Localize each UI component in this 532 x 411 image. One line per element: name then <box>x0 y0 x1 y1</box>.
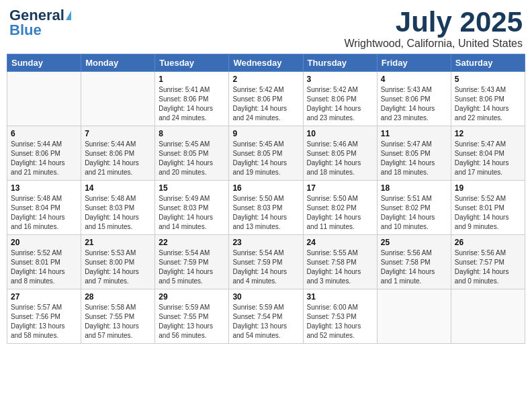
day-number: 29 <box>159 292 225 302</box>
week-row-2: 6Sunrise: 5:44 AMSunset: 8:06 PMDaylight… <box>7 126 525 181</box>
day-info: Sunrise: 5:56 AMSunset: 7:58 PMDaylight:… <box>381 248 447 286</box>
calendar-cell: 7Sunrise: 5:44 AMSunset: 8:06 PMDaylight… <box>81 126 155 181</box>
weekday-header-saturday: Saturday <box>451 54 525 72</box>
day-number: 6 <box>11 129 77 138</box>
day-info: Sunrise: 5:54 AMSunset: 7:59 PMDaylight:… <box>232 248 299 286</box>
logo-text-blue: Blue <box>9 21 42 39</box>
day-info: Sunrise: 5:52 AMSunset: 8:01 PMDaylight:… <box>455 194 521 232</box>
week-row-4: 20Sunrise: 5:52 AMSunset: 8:01 PMDayligh… <box>7 235 525 289</box>
day-number: 26 <box>455 238 521 247</box>
day-info: Sunrise: 5:50 AMSunset: 8:02 PMDaylight:… <box>307 194 373 232</box>
day-number: 5 <box>455 75 521 84</box>
calendar-cell <box>377 289 451 344</box>
calendar-cell: 23Sunrise: 5:54 AMSunset: 7:59 PMDayligh… <box>229 235 303 289</box>
title-block: July 2025 Wrightwood, California, United… <box>344 7 523 50</box>
day-number: 28 <box>85 292 151 302</box>
day-number: 16 <box>232 183 299 193</box>
calendar-cell: 2Sunrise: 5:42 AMSunset: 8:06 PMDaylight… <box>229 72 303 126</box>
day-info: Sunrise: 5:50 AMSunset: 8:03 PMDaylight:… <box>232 194 299 232</box>
day-number: 3 <box>307 75 373 84</box>
calendar-cell: 30Sunrise: 5:59 AMSunset: 7:54 PMDayligh… <box>229 289 303 344</box>
day-number: 13 <box>11 183 77 193</box>
calendar-cell: 10Sunrise: 5:46 AMSunset: 8:05 PMDayligh… <box>303 126 377 181</box>
day-info: Sunrise: 5:41 AMSunset: 8:06 PMDaylight:… <box>159 85 225 123</box>
logo-triangle-icon <box>66 11 71 20</box>
day-info: Sunrise: 5:53 AMSunset: 8:00 PMDaylight:… <box>85 248 151 286</box>
calendar-cell: 6Sunrise: 5:44 AMSunset: 8:06 PMDaylight… <box>7 126 81 181</box>
day-info: Sunrise: 5:43 AMSunset: 8:06 PMDaylight:… <box>381 85 447 123</box>
weekday-header-tuesday: Tuesday <box>155 54 229 72</box>
weekday-header-monday: Monday <box>81 54 155 72</box>
week-row-3: 13Sunrise: 5:48 AMSunset: 8:04 PMDayligh… <box>7 181 525 235</box>
calendar-cell: 14Sunrise: 5:48 AMSunset: 8:03 PMDayligh… <box>81 181 155 235</box>
logo: General Blue <box>9 7 71 39</box>
calendar-cell: 1Sunrise: 5:41 AMSunset: 8:06 PMDaylight… <box>155 72 229 126</box>
week-row-5: 27Sunrise: 5:57 AMSunset: 7:56 PMDayligh… <box>7 289 525 344</box>
day-number: 27 <box>11 292 77 302</box>
calendar-cell <box>7 72 81 126</box>
calendar-cell: 8Sunrise: 5:45 AMSunset: 8:05 PMDaylight… <box>155 126 229 181</box>
calendar-cell: 18Sunrise: 5:51 AMSunset: 8:02 PMDayligh… <box>377 181 451 235</box>
calendar-cell: 13Sunrise: 5:48 AMSunset: 8:04 PMDayligh… <box>7 181 81 235</box>
day-info: Sunrise: 5:48 AMSunset: 8:03 PMDaylight:… <box>85 194 151 232</box>
day-info: Sunrise: 5:44 AMSunset: 8:06 PMDaylight:… <box>85 140 151 177</box>
day-number: 23 <box>232 238 299 247</box>
calendar-cell: 25Sunrise: 5:56 AMSunset: 7:58 PMDayligh… <box>377 235 451 289</box>
day-info: Sunrise: 5:49 AMSunset: 8:03 PMDaylight:… <box>159 194 225 232</box>
day-info: Sunrise: 5:43 AMSunset: 8:06 PMDaylight:… <box>455 85 521 123</box>
calendar-cell: 5Sunrise: 5:43 AMSunset: 8:06 PMDaylight… <box>451 72 525 126</box>
day-number: 25 <box>381 238 447 247</box>
week-row-1: 1Sunrise: 5:41 AMSunset: 8:06 PMDaylight… <box>7 72 525 126</box>
calendar-cell: 27Sunrise: 5:57 AMSunset: 7:56 PMDayligh… <box>7 289 81 344</box>
calendar-cell: 21Sunrise: 5:53 AMSunset: 8:00 PMDayligh… <box>81 235 155 289</box>
day-info: Sunrise: 5:47 AMSunset: 8:04 PMDaylight:… <box>455 140 521 177</box>
day-number: 14 <box>85 183 151 193</box>
day-number: 31 <box>307 292 373 302</box>
day-number: 15 <box>159 183 225 193</box>
day-info: Sunrise: 5:59 AMSunset: 7:55 PMDaylight:… <box>159 303 225 340</box>
day-number: 10 <box>307 129 373 138</box>
day-number: 2 <box>232 75 299 84</box>
day-info: Sunrise: 5:42 AMSunset: 8:06 PMDaylight:… <box>232 85 299 123</box>
calendar-cell: 17Sunrise: 5:50 AMSunset: 8:02 PMDayligh… <box>303 181 377 235</box>
calendar-cell: 11Sunrise: 5:47 AMSunset: 8:05 PMDayligh… <box>377 126 451 181</box>
day-info: Sunrise: 5:52 AMSunset: 8:01 PMDaylight:… <box>11 248 77 286</box>
calendar-body: 1Sunrise: 5:41 AMSunset: 8:06 PMDaylight… <box>7 72 525 344</box>
day-number: 22 <box>159 238 225 247</box>
calendar-cell <box>451 289 525 344</box>
day-info: Sunrise: 5:46 AMSunset: 8:05 PMDaylight:… <box>307 140 373 177</box>
weekday-header-wednesday: Wednesday <box>229 54 303 72</box>
calendar-cell: 4Sunrise: 5:43 AMSunset: 8:06 PMDaylight… <box>377 72 451 126</box>
day-info: Sunrise: 5:54 AMSunset: 7:59 PMDaylight:… <box>159 248 225 286</box>
day-number: 19 <box>455 183 521 193</box>
calendar-cell <box>81 72 155 126</box>
day-info: Sunrise: 5:59 AMSunset: 7:54 PMDaylight:… <box>232 303 299 340</box>
calendar-cell: 16Sunrise: 5:50 AMSunset: 8:03 PMDayligh… <box>229 181 303 235</box>
calendar-cell: 12Sunrise: 5:47 AMSunset: 8:04 PMDayligh… <box>451 126 525 181</box>
calendar-header: SundayMondayTuesdayWednesdayThursdayFrid… <box>7 54 525 72</box>
calendar-cell: 29Sunrise: 5:59 AMSunset: 7:55 PMDayligh… <box>155 289 229 344</box>
day-info: Sunrise: 5:45 AMSunset: 8:05 PMDaylight:… <box>159 140 225 177</box>
day-info: Sunrise: 5:56 AMSunset: 7:57 PMDaylight:… <box>455 248 521 286</box>
calendar-cell: 9Sunrise: 5:45 AMSunset: 8:05 PMDaylight… <box>229 126 303 181</box>
day-info: Sunrise: 5:57 AMSunset: 7:56 PMDaylight:… <box>11 303 77 340</box>
day-info: Sunrise: 5:44 AMSunset: 8:06 PMDaylight:… <box>11 140 77 177</box>
day-number: 24 <box>307 238 373 247</box>
day-number: 18 <box>381 183 447 193</box>
day-info: Sunrise: 5:55 AMSunset: 7:58 PMDaylight:… <box>307 248 373 286</box>
day-number: 1 <box>159 75 225 84</box>
day-number: 8 <box>159 129 225 138</box>
calendar-table: SundayMondayTuesdayWednesdayThursdayFrid… <box>7 54 525 344</box>
day-number: 7 <box>85 129 151 138</box>
day-number: 9 <box>232 129 299 138</box>
day-info: Sunrise: 5:47 AMSunset: 8:05 PMDaylight:… <box>381 140 447 177</box>
month-title: July 2025 <box>344 7 523 38</box>
calendar-cell: 28Sunrise: 5:58 AMSunset: 7:55 PMDayligh… <box>81 289 155 344</box>
calendar-cell: 22Sunrise: 5:54 AMSunset: 7:59 PMDayligh… <box>155 235 229 289</box>
day-info: Sunrise: 5:51 AMSunset: 8:02 PMDaylight:… <box>381 194 447 232</box>
day-number: 17 <box>307 183 373 193</box>
day-info: Sunrise: 5:42 AMSunset: 8:06 PMDaylight:… <box>307 85 373 123</box>
calendar-cell: 15Sunrise: 5:49 AMSunset: 8:03 PMDayligh… <box>155 181 229 235</box>
day-number: 30 <box>232 292 299 302</box>
calendar-cell: 3Sunrise: 5:42 AMSunset: 8:06 PMDaylight… <box>303 72 377 126</box>
